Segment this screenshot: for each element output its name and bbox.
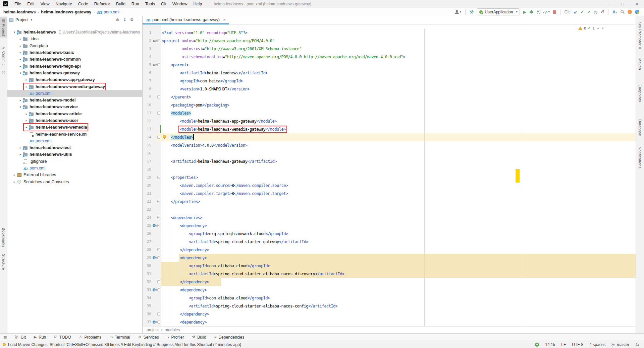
tree-item-heima-leadnews[interactable]: ▾heima-leadnewsC:\Users\Jason\IdeaProjec… — [7, 29, 142, 36]
sidebar-item-bookmarks[interactable]: Bookmarks — [0, 226, 7, 249]
next-problem-icon[interactable]: ∨ — [601, 26, 604, 30]
collapse-all-icon[interactable]: ↧ — [123, 17, 126, 22]
code-line-7[interactable]: 7 <groupId>com.heima</groupId> — [143, 77, 636, 85]
close-button[interactable]: ✕ — [630, 0, 644, 8]
code-line-20[interactable]: 20 <maven.compiler.source>8</maven.compi… — [143, 182, 636, 190]
chevron-down-icon[interactable]: ▼ — [30, 18, 33, 21]
menu-navigate[interactable]: Navigate — [53, 2, 75, 6]
toolwindow-button-problems[interactable]: ⚠Problems — [79, 335, 102, 340]
chevron-collapsed-icon[interactable]: ▸ — [24, 112, 29, 116]
tree-item-heima-leadnews-wemedia-gateway[interactable]: ▸heima-leadnews-wemedia-gateway — [7, 83, 142, 90]
git-commit-icon[interactable]: ✓ — [580, 8, 584, 16]
breadcrumb-item[interactable]: heima-leadnews-gateway — [41, 10, 91, 14]
sidebar-item-key-promoter-x[interactable]: Key Promoter X — [636, 20, 644, 51]
settings-gear-icon[interactable]: ⚙ — [130, 17, 134, 22]
sidebar-item-project[interactable]: ▤Project — [0, 17, 7, 38]
toolwindow-button-dependencies[interactable]: ≡Dependencies — [214, 335, 244, 340]
maven-dependency-icon[interactable]: o↑ — [153, 286, 158, 294]
code-line-18[interactable]: 18 — [143, 165, 636, 173]
run-with-coverage-icon[interactable] — [537, 8, 540, 16]
menu-run[interactable]: Run — [128, 2, 142, 6]
tree-item-heima-leadnews-app-gateway[interactable]: ▸heima-leadnews-app-gateway — [7, 76, 142, 83]
code-line-2[interactable]: 2m↓−<project xmlns="http://maven.apache.… — [143, 37, 636, 45]
code-line-21[interactable]: 21 <maven.compiler.target>8</maven.compi… — [143, 190, 636, 198]
code-line-23[interactable]: 23 — [143, 206, 636, 214]
status-message[interactable]: Load Maven Changes: Shortcut 'Ctrl+Shift… — [8, 342, 241, 347]
search-icon[interactable] — [620, 8, 625, 16]
tree-item-pom-xml[interactable]: mpom.xml — [7, 90, 142, 97]
fold-start-icon[interactable]: − — [157, 176, 160, 179]
sidebar-item-endpoints[interactable]: Endpoints — [636, 83, 644, 103]
tree-item-heima-leadnews-model[interactable]: ▸heima-leadnews-model — [7, 97, 142, 103]
menu-help[interactable]: Help — [190, 2, 205, 6]
rollback-icon[interactable]: ↺ — [600, 8, 604, 16]
menu-window[interactable]: Window — [169, 2, 190, 6]
tree-item-heima-leadnews-gateway[interactable]: ▾heima-leadnews-gateway — [7, 70, 142, 76]
maven-lifecycle-icon[interactable]: m↑ — [153, 61, 158, 69]
chevron-expanded-icon[interactable]: ▾ — [18, 71, 23, 75]
git-push-icon[interactable]: ↗ — [587, 8, 591, 16]
menu-code[interactable]: Code — [75, 2, 91, 6]
run-config-select[interactable]: UserApplication▾ — [477, 8, 520, 15]
chevron-collapsed-icon[interactable]: ▸ — [12, 173, 17, 177]
chevron-collapsed-icon[interactable]: ▸ — [18, 98, 23, 102]
menu-edit[interactable]: Edit — [24, 2, 38, 6]
code-line-3[interactable]: 3 xmlns:xsi="http://www.w3.org/2001/XMLS… — [143, 45, 636, 53]
tree-item-heima-leadnews-service-iml[interactable]: heima-leadnews-service.iml — [7, 131, 142, 137]
code-line-35[interactable]: 35 <artifactId>spring-cloud-starter-alib… — [143, 302, 636, 310]
sidebar-item-database[interactable]: Database — [636, 118, 644, 137]
chevron-collapsed-icon[interactable]: ▸ — [18, 146, 23, 149]
code-line-1[interactable]: 1<?xml version="1.0" encoding="UTF-8"?> — [143, 29, 636, 37]
code-line-15[interactable]: 15 <modelVersion>4.0.0</modelVersion> — [143, 141, 636, 149]
status-green-icon[interactable]: G — [535, 343, 539, 347]
status-master[interactable]: master — [611, 342, 629, 347]
code-line-34[interactable]: 34 <groupId>com.alibaba.cloud</groupId> — [143, 294, 636, 302]
tree-item-scratches-and-consoles[interactable]: ▸Scratches and Consoles — [7, 179, 142, 185]
tree-item--idea[interactable]: ▸.idea — [7, 36, 142, 42]
fold-end-icon[interactable]: − — [157, 95, 160, 98]
tree-item-heima-leadnews-article[interactable]: ▸heima-leadnews-article — [7, 111, 142, 117]
bell-icon[interactable] — [635, 343, 639, 347]
project-panel-header[interactable]: Project ▼ ⊕ ↧ ⚙ ─ — [7, 16, 142, 23]
code-line-14[interactable]: 14− </modules> — [143, 133, 636, 141]
fold-start-icon[interactable]: − — [157, 256, 160, 259]
minimize-button[interactable]: ─ — [602, 0, 616, 8]
fold-end-icon[interactable]: − — [157, 200, 160, 203]
menu-view[interactable]: View — [38, 2, 53, 6]
toolwindow-button-services[interactable]: ⚙Services — [138, 335, 159, 340]
fold-start-icon[interactable]: − — [157, 288, 160, 291]
ide-update-icon[interactable]: ↑ — [628, 8, 632, 16]
stop-icon[interactable] — [553, 8, 556, 16]
scrollbar-warning-marker[interactable] — [516, 169, 520, 183]
status-utf-8[interactable]: UTF-8 — [572, 342, 583, 347]
maven-dependency-icon[interactable]: o↑ — [153, 254, 158, 262]
chevron-collapsed-icon[interactable]: ▸ — [18, 153, 23, 156]
code-line-25[interactable]: 25o↑− <dependency> — [143, 222, 636, 230]
inspections-widget[interactable]: 8 ✓ 1 ∧ ∨ — [578, 26, 604, 30]
chevron-collapsed-icon[interactable]: ▸ — [18, 58, 23, 61]
fold-end-icon[interactable]: − — [157, 280, 160, 283]
fold-start-icon[interactable]: − — [157, 39, 160, 42]
sidebar-item-notifications[interactable]: Notifications — [636, 145, 644, 170]
code-line-5[interactable]: 5m↑− <parent> — [143, 61, 636, 69]
code-with-me-icon[interactable] — [635, 8, 639, 16]
menu-tools[interactable]: Tools — [142, 2, 158, 6]
chevron-collapsed-icon[interactable]: ▸ — [18, 65, 23, 68]
breadcrumb-item[interactable]: pom.xml — [104, 10, 119, 14]
maven-dependency-icon[interactable]: o↑ — [153, 318, 158, 326]
tool-stripe-extra-icon[interactable]: ◎ — [0, 69, 7, 75]
status-4-spaces[interactable]: 4 spaces — [589, 342, 605, 347]
code-line-31[interactable]: 31 <artifactId>spring-cloud-starter-alib… — [143, 270, 636, 278]
chevron-collapsed-icon[interactable]: ▸ — [18, 37, 23, 41]
code-editor[interactable]: 1<?xml version="1.0" encoding="UTF-8"?>2… — [143, 24, 636, 326]
user-profile-icon[interactable]: ▾ — [455, 8, 461, 16]
tree-item-heima-leadnews-common[interactable]: ▸heima-leadnews-common — [7, 56, 142, 63]
maximize-button[interactable]: ◻ — [616, 0, 630, 8]
tree-item-heima-leadnews-service[interactable]: ▾heima-leadnews-service — [7, 103, 142, 110]
chevron-collapsed-icon[interactable]: ▸ — [18, 44, 23, 48]
code-line-29[interactable]: 29o↑− <dependency> — [143, 254, 636, 262]
status-lf[interactable]: LF — [561, 342, 566, 347]
editor-tab-pom-xml[interactable]: m pom.xml (heima-leadnews-gateway) ✕ — [143, 16, 229, 24]
toolwindow-button-run[interactable]: ▶Run — [34, 335, 46, 340]
breadcrumb-item[interactable]: heima-leadnews — [3, 10, 36, 14]
